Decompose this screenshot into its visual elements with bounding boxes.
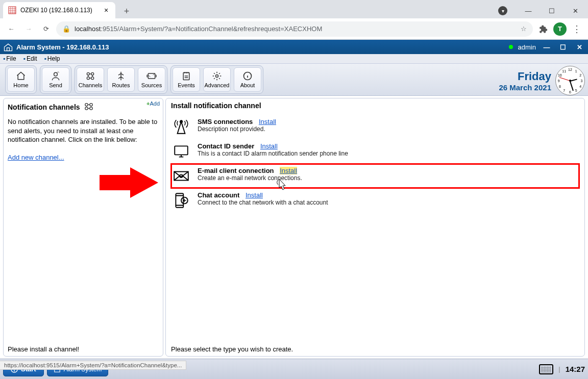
channel-desc: Create an e-mail network connections. (198, 174, 302, 182)
clock-date: Friday 26 March 2021 12 3 6 9 1 2 4 5 7 … (499, 66, 585, 95)
toolbar-home-button[interactable]: Home (7, 67, 35, 92)
chrome-account-dropdown-icon[interactable]: ▾ (498, 6, 507, 15)
new-tab-button[interactable]: + (119, 4, 134, 18)
url-host: localhost (75, 25, 101, 33)
menu-file[interactable]: ▪File (3, 55, 16, 62)
analog-clock-icon: 12 3 6 9 1 2 4 5 7 8 10 11 (555, 66, 585, 95)
channel-name: SMS connections (198, 118, 253, 125)
app-title: Alarm System - 192.168.0.113 (16, 43, 109, 51)
toolbar-routes-button[interactable]: Routes (107, 67, 135, 92)
channel-row-chat: Chat account Install Connect to the chat… (171, 188, 579, 213)
channel-desc: Description not provided. (198, 125, 276, 133)
svg-point-13 (85, 107, 87, 110)
channel-row-email: @ E-mail client connection Install Creat… (171, 164, 579, 188)
url-input[interactable]: 🔒 localhost:9515/Alarm+System/?a=Notific… (56, 21, 533, 37)
svg-rect-16 (175, 146, 188, 155)
channel-row-contactid: Contact ID sender Install This is a cont… (171, 139, 579, 164)
browser-chrome: OZEKI 10 (192.168.0.113) × + ▾ — ☐ ✕ ← →… (0, 0, 588, 40)
main-footer: Please select the type you wish to creat… (171, 341, 579, 353)
user-label[interactable]: admin (518, 43, 536, 51)
app-header: Alarm System - 192.168.0.113 admin — ☐ ✕ (0, 40, 588, 54)
date-day: Friday (499, 70, 551, 83)
svg-rect-1 (7, 48, 10, 51)
svg-point-3 (87, 72, 89, 75)
window-close-button[interactable]: ✕ (564, 3, 587, 18)
svg-point-4 (91, 72, 94, 75)
favicon (8, 6, 16, 14)
toolbar: Home Send Channels Routes Sources Events… (0, 63, 588, 96)
install-link-sms[interactable]: Install (259, 118, 276, 125)
nav-forward-button: → (21, 22, 36, 36)
date-full: 26 March 2021 (499, 83, 551, 92)
svg-point-6 (91, 77, 94, 80)
sidebar-add-link[interactable]: +Add (146, 100, 160, 107)
nav-back-button[interactable]: ← (4, 22, 18, 36)
svg-point-12 (89, 104, 92, 106)
channel-desc: This is a contact ID alarm notification … (198, 150, 348, 157)
envelope-icon: @ (172, 167, 190, 185)
nav-reload-button[interactable]: ⟳ (39, 22, 53, 36)
channels-head-icon (83, 102, 94, 112)
url-path: :9515/Alarm+System/?a=NotificationChanne… (101, 25, 322, 33)
lock-icon: 🔒 (62, 25, 70, 33)
svg-point-5 (87, 77, 89, 80)
content-area: Notification channels +Add No notificati… (0, 96, 588, 359)
tab-title: OZEKI 10 (192.168.0.113) (20, 7, 92, 14)
sidebar-body-text: No notification channels are installed. … (8, 117, 159, 144)
app-close-button[interactable]: ✕ (574, 42, 585, 52)
install-link-chat[interactable]: Install (246, 191, 263, 199)
extensions-icon[interactable] (536, 22, 550, 36)
add-new-channel-link[interactable]: Add new channel... (8, 154, 64, 161)
svg-text:@: @ (179, 174, 183, 179)
window-maximize-button[interactable]: ☐ (540, 3, 564, 18)
toolbar-channels-button[interactable]: Channels (77, 67, 104, 92)
channel-desc: Connect to the chat network with a chat … (198, 199, 328, 206)
sidebar-panel: Notification channels +Add No notificati… (3, 98, 163, 357)
status-url-bar: https://localhost:9515/Alarm+System/?a=N… (0, 361, 186, 370)
svg-point-15 (180, 120, 182, 122)
main-title: Install notification channel (171, 102, 579, 110)
svg-point-2 (54, 72, 58, 76)
address-bar-row: ← → ⟳ 🔒 localhost:9515/Alarm+System/?a=N… (0, 18, 588, 39)
profile-avatar[interactable]: T (553, 22, 567, 36)
svg-point-14 (89, 107, 92, 110)
svg-point-11 (85, 104, 87, 106)
taskbar-time: 14:27 (566, 365, 585, 373)
menu-help[interactable]: ▪Help (44, 55, 60, 62)
browser-menu-icon[interactable]: ⋮ (570, 23, 584, 35)
install-link-contactid[interactable]: Install (260, 142, 278, 150)
menu-edit[interactable]: ▪Edit (23, 55, 37, 62)
toolbar-send-button[interactable]: Send (42, 67, 69, 92)
tab-close-icon[interactable]: × (102, 6, 110, 14)
app-maximize-button[interactable]: ☐ (557, 42, 569, 52)
tab-strip: OZEKI 10 (192.168.0.113) × + ▾ — ☐ ✕ (0, 0, 588, 18)
toolbar-sources-button[interactable]: Sources (138, 67, 165, 92)
monitor-icon (172, 142, 190, 161)
menu-bar: ▪File ▪Edit ▪Help (0, 54, 588, 63)
sidebar-footer: Please install a channel! (8, 341, 159, 353)
channel-name: Chat account (198, 191, 239, 199)
app-logo-icon (3, 42, 13, 52)
keyboard-icon[interactable] (539, 364, 553, 374)
status-dot-icon (509, 45, 513, 49)
bookmark-star-icon[interactable]: ☆ (521, 25, 527, 33)
browser-tab[interactable]: OZEKI 10 (192.168.0.113) × (3, 2, 115, 18)
sidebar-title: Notification channels (8, 103, 80, 111)
toolbar-advanced-button[interactable]: Advanced (203, 67, 231, 92)
phone-chat-icon (172, 191, 190, 210)
window-minimize-button[interactable]: — (517, 3, 540, 18)
install-link-email[interactable]: Install (280, 167, 297, 174)
antenna-icon (172, 118, 190, 136)
channel-row-sms: SMS connections Install Description not … (171, 115, 579, 139)
channel-name: Contact ID sender (198, 142, 254, 150)
svg-point-9 (216, 75, 218, 78)
toolbar-about-button[interactable]: About (234, 67, 261, 92)
app-minimize-button[interactable]: — (541, 42, 552, 52)
main-panel: Install notification channel SMS connect… (165, 98, 585, 357)
channel-name: E-mail client connection (198, 167, 274, 174)
toolbar-events-button[interactable]: Events (173, 67, 200, 92)
